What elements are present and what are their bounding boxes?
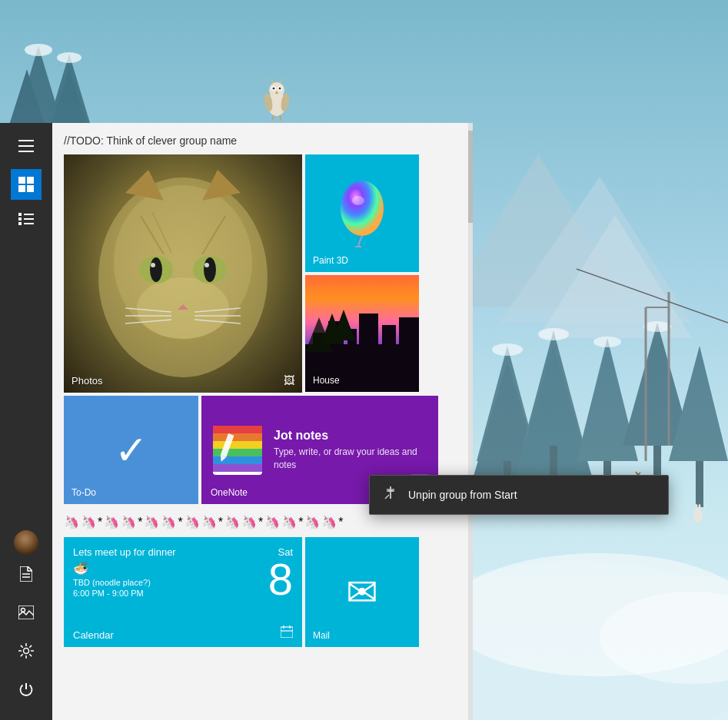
svg-point-78: [24, 649, 29, 654]
group-name: //TODO: Think of clever group name: [64, 134, 237, 147]
cal-emoji: 🍜: [73, 561, 268, 576]
sidebar-item-settings[interactable]: [11, 635, 42, 666]
onenote-jot-title: Jot notes: [274, 429, 427, 443]
svg-rect-117: [213, 441, 262, 449]
svg-rect-68: [18, 213, 22, 216]
document-icon: [20, 566, 32, 582]
photos-image: [64, 154, 302, 393]
svg-rect-116: [213, 433, 262, 441]
avatar[interactable]: [14, 530, 38, 555]
sidebar-bottom: [11, 559, 42, 720]
list-icon: [18, 213, 34, 225]
unpin-label: Unpin group from Start: [408, 489, 517, 501]
context-menu-item-unpin[interactable]: Unpin group from Start: [370, 476, 668, 514]
onenote-jot-desc: Type, write, or draw your ideas and note…: [274, 446, 427, 472]
calendar-icon: [281, 625, 293, 638]
svg-line-129: [385, 495, 389, 499]
hamburger-line-1: [18, 140, 34, 141]
onenote-label: OneNote: [211, 487, 248, 498]
mail-label: Mail: [313, 630, 330, 641]
cal-event-title: Lets meet up for dinner: [73, 546, 270, 558]
svg-rect-110: [399, 317, 419, 392]
cal-top: Lets meet up for dinner Sat: [73, 546, 293, 558]
svg-point-85: [204, 257, 216, 282]
group-header: //TODO: Think of clever group name: [52, 123, 473, 154]
cal-label: Calendar: [73, 629, 114, 641]
onenote-text: Jot notes Type, write, or draw your idea…: [274, 429, 427, 472]
svg-rect-115: [213, 426, 262, 433]
sidebar-item-document[interactable]: [11, 559, 42, 589]
tiles-row-3: Lets meet up for dinner Sat 🍜 TBD (noodl…: [64, 537, 461, 647]
svg-rect-64: [18, 177, 25, 184]
tile-paint3d[interactable]: Paint 3D: [305, 154, 419, 272]
onenote-jot-icon: [213, 426, 262, 475]
tiles-section: Photos 🖼: [52, 154, 473, 504]
sidebar-item-list[interactable]: [11, 204, 42, 234]
tiles-section-2: Lets meet up for dinner Sat 🍜 TBD (noodl…: [52, 537, 473, 647]
house-label: House: [313, 375, 340, 386]
start-content: //TODO: Think of clever group name: [52, 123, 473, 720]
sidebar-item-tiles[interactable]: [11, 169, 42, 200]
settings-icon: [18, 643, 34, 659]
cal-time: 6:00 PM - 9:00 PM: [73, 589, 268, 598]
power-icon: [18, 682, 34, 697]
svg-rect-120: [213, 464, 262, 472]
svg-rect-66: [18, 185, 25, 192]
svg-point-26: [25, 44, 52, 56]
svg-rect-125: [281, 627, 293, 638]
svg-point-33: [269, 82, 284, 98]
avatar-image: [14, 530, 38, 555]
svg-point-29: [538, 328, 569, 340]
cal-location: TBD (noodle place?): [73, 578, 268, 587]
hamburger-line-3: [18, 151, 34, 152]
todo-checkmark: ✓: [115, 430, 148, 470]
tile-mail[interactable]: ✉ Mail: [305, 537, 419, 647]
svg-point-31: [643, 321, 671, 332]
tiles-row-1: Photos 🖼: [64, 154, 461, 393]
svg-point-37: [279, 88, 281, 90]
svg-point-87: [204, 263, 209, 267]
svg-rect-65: [27, 177, 34, 184]
todo-label: To-Do: [71, 487, 96, 498]
svg-point-30: [593, 337, 621, 347]
svg-point-28: [492, 343, 523, 356]
tile-calendar[interactable]: Lets meet up for dinner Sat 🍜 TBD (noodl…: [64, 537, 302, 647]
svg-point-60: [696, 504, 698, 510]
svg-rect-73: [24, 223, 34, 224]
svg-rect-70: [18, 217, 22, 221]
scroll-thumb[interactable]: [468, 131, 473, 223]
jot-icon-svg: [213, 426, 262, 475]
svg-rect-108: [359, 314, 378, 392]
svg-rect-118: [213, 449, 262, 456]
svg-rect-69: [24, 214, 34, 215]
unpin-svg: [384, 486, 397, 500]
svg-rect-119: [213, 456, 262, 464]
tile-house[interactable]: House: [305, 275, 419, 392]
svg-rect-25: [696, 461, 703, 507]
hamburger-button[interactable]: [11, 131, 42, 161]
start-menu: //TODO: Think of clever group name: [0, 123, 473, 720]
mail-icon: ✉: [346, 570, 378, 615]
svg-point-36: [273, 88, 275, 90]
svg-point-86: [151, 263, 155, 267]
scrollbar[interactable]: [468, 123, 473, 720]
tile-todo[interactable]: ✓ To-Do: [64, 396, 198, 504]
sidebar-item-image[interactable]: [11, 597, 42, 628]
tiles-icon: [18, 177, 34, 192]
svg-rect-67: [27, 185, 34, 192]
cal-middle: 🍜 TBD (noodle place?) 6:00 PM - 9:00 PM …: [73, 561, 293, 602]
cat-svg: [64, 154, 302, 393]
svg-point-100: [341, 181, 384, 236]
svg-rect-72: [18, 222, 22, 225]
svg-point-101: [352, 196, 364, 205]
sidebar-item-power[interactable]: [11, 674, 42, 705]
svg-point-84: [150, 257, 162, 282]
cal-label-row: Calendar: [73, 629, 114, 641]
tile-photos[interactable]: Photos 🖼: [64, 154, 302, 393]
paint3d-balloon-svg: [335, 179, 389, 248]
hamburger-line-2: [18, 145, 34, 147]
photos-icon: 🖼: [284, 374, 294, 387]
right-column: Paint 3D: [305, 154, 419, 393]
cal-day-number: 8: [268, 557, 293, 602]
cal-icon: [281, 625, 293, 641]
